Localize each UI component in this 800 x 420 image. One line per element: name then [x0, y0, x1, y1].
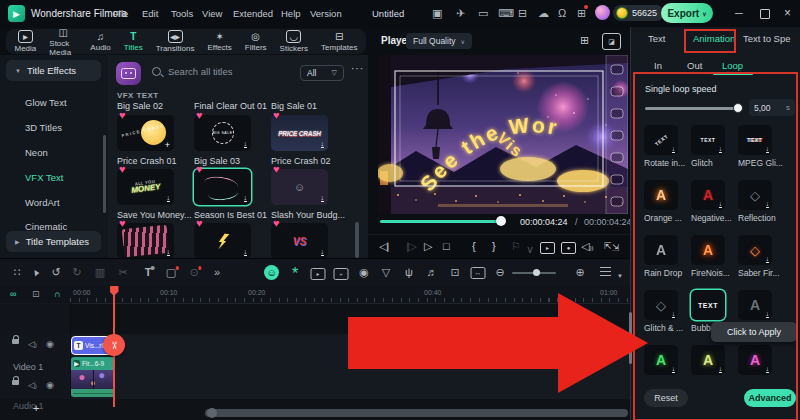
tab-filters[interactable]: ◎Filters — [238, 31, 273, 52]
menu-edit[interactable]: Edit — [142, 8, 158, 19]
sidebar-item-title-templates[interactable]: ▶ Title Templates — [6, 231, 101, 252]
minimize-button[interactable]: ─ — [735, 7, 743, 19]
tab-stickers[interactable]: ◡Stickers — [273, 30, 314, 53]
title-thumb-big-sale-03[interactable]: ♥ BIG SALE ↓ — [194, 115, 251, 151]
timeline-zoom-knob[interactable] — [533, 269, 540, 276]
display-output-icon[interactable]: ▸ — [540, 240, 555, 254]
favorite-heart-icon[interactable]: ♥ — [273, 218, 280, 228]
download-icon[interactable]: ↓ — [719, 146, 722, 153]
download-icon[interactable]: ↓ — [766, 256, 769, 263]
title-item-label[interactable]: Save You Money... — [117, 210, 193, 220]
favorite-heart-icon[interactable]: ♥ — [196, 164, 203, 174]
title-thumb-row3-3[interactable]: ♥ VS ↓ — [271, 223, 328, 258]
chevron-down-icon[interactable]: ∨ — [526, 243, 534, 256]
timeline-ruler[interactable]: 00:00 00:10 00:20 00:40 01:00 — [0, 286, 630, 304]
subtab-out[interactable]: Out — [687, 60, 702, 71]
title-thumb-price-crash-02[interactable]: ♥ PRICE CRASH ↓ — [271, 115, 328, 151]
sidebar-item-neon[interactable]: Neon — [25, 147, 48, 158]
redo-icon[interactable]: ↻ — [72, 266, 81, 279]
anim-thumb-rain-drop[interactable]: A — [644, 235, 678, 265]
feedback-icon[interactable]: ▭ — [478, 6, 488, 20]
add-track-button[interactable]: + — [33, 402, 39, 414]
download-icon[interactable]: ↓ — [719, 366, 722, 373]
mark-out-icon[interactable]: } — [492, 240, 496, 253]
menu-help[interactable]: Help — [281, 8, 301, 19]
tab-effects[interactable]: ✶Effects — [201, 31, 238, 52]
chevron-down-icon[interactable]: ▼ — [617, 270, 623, 283]
timeline-horizontal-scrollbar[interactable] — [205, 409, 628, 417]
title-item-label[interactable]: Price Crash 01 — [117, 156, 193, 166]
text-tool-icon[interactable]: T — [145, 266, 152, 279]
anim-thumb-yellow-glow[interactable]: A ↓ — [691, 345, 725, 375]
progress-knob[interactable] — [496, 216, 506, 226]
sidebar-item-3d-titles[interactable]: 3D Titles — [25, 122, 62, 133]
anim-thumb-mpeg-glitch[interactable]: TEXT ↓ — [738, 125, 772, 155]
tab-templates[interactable]: ⊟Templates — [315, 31, 364, 52]
snapshot-camera-icon[interactable]: ● — [561, 240, 576, 254]
zoom-in-icon[interactable]: ⊕ — [575, 266, 584, 279]
ai-assistant-icon[interactable]: ☺ — [264, 265, 279, 280]
download-icon[interactable]: ↓ — [244, 141, 248, 148]
user-avatar[interactable] — [595, 5, 610, 20]
tab-media[interactable]: ▸Media — [8, 30, 43, 53]
quality-dropdown[interactable]: Full Quality ∨ — [406, 33, 472, 49]
sidebar-item-glow-text[interactable]: Glow Text — [25, 97, 67, 108]
tab-audio[interactable]: ♫Audio — [84, 31, 117, 52]
support-icon[interactable]: Ω — [558, 6, 566, 20]
fullscreen-icon[interactable]: ⇱⇱ — [604, 240, 619, 253]
menu-extended[interactable]: Extended — [233, 8, 273, 19]
mute-speaker-icon[interactable]: ◁) — [28, 339, 37, 350]
tab-text[interactable]: Text — [648, 33, 665, 44]
lock-icon[interactable] — [12, 335, 19, 346]
tab-transitions[interactable]: ◂▸Transitions — [149, 30, 201, 53]
save-icon[interactable]: ⊟ — [518, 6, 527, 20]
anim-thumb-glitch-and[interactable]: ◇ ↓ — [644, 290, 678, 320]
visibility-eye-icon[interactable]: ◉ — [46, 380, 54, 390]
download-icon[interactable]: ↓ — [766, 146, 769, 153]
menu-file[interactable]: File — [113, 8, 128, 19]
snap-magnet-icon[interactable]: ∩ — [54, 289, 60, 299]
title-item-label[interactable]: Big Sale 02 — [117, 101, 193, 111]
range-marker-icon[interactable]: ↔ — [471, 266, 486, 279]
title-thumb-save-you-money[interactable]: ♥ ALL YOU MONEY ↓ — [117, 169, 174, 205]
undo-icon[interactable]: ↺ — [51, 266, 60, 279]
title-item-label[interactable]: Big Sale 01 — [271, 101, 347, 111]
advanced-button[interactable]: Advanced — [744, 389, 796, 407]
title-thumb-slash-your-budget[interactable]: ♥ ☺ ↓ — [271, 169, 328, 205]
subtab-in[interactable]: In — [654, 60, 662, 71]
loop-speed-value-box[interactable]: 5,00 s — [749, 99, 795, 116]
more-tools-icon[interactable]: » — [214, 266, 220, 279]
playback-progress-bar[interactable] — [380, 220, 502, 223]
menu-view[interactable]: View — [202, 8, 222, 19]
split-scissors-badge[interactable]: ✂ — [103, 334, 125, 356]
render-preview-icon[interactable]: ◉ — [359, 266, 369, 279]
download-icon[interactable]: ↓ — [244, 195, 248, 202]
download-icon[interactable]: ↓ — [321, 249, 325, 256]
anim-thumb-rotate-in[interactable]: TEXT ↓ — [644, 125, 678, 155]
speaker-icon[interactable]: ◁)) — [581, 240, 593, 255]
select-cursor-icon[interactable]: ▲ — [32, 266, 41, 279]
cloud-upload-icon[interactable]: ☁ — [538, 6, 549, 20]
previous-frame-icon[interactable]: ◁▏ — [379, 240, 394, 254]
track-manager-icon[interactable] — [600, 267, 611, 278]
snapshot-view-icon[interactable]: ◪ — [602, 33, 621, 50]
loop-speed-knob[interactable] — [733, 103, 743, 113]
download-icon[interactable]: ↓ — [321, 141, 325, 148]
play-icon[interactable]: ▷ — [424, 240, 432, 253]
title-thumb-season-is-best-selected[interactable]: ♥ ↓ — [194, 169, 251, 205]
restore-button[interactable] — [760, 9, 770, 19]
close-button[interactable]: × — [784, 7, 791, 19]
mark-in-icon[interactable]: { — [472, 240, 476, 253]
tab-animation[interactable]: Animation — [693, 33, 735, 44]
video-clip-filmstrip[interactable] — [71, 370, 115, 389]
next-frame-icon[interactable]: ▕▷ — [402, 240, 417, 254]
download-icon[interactable]: ↓ — [672, 146, 675, 153]
filter-all-dropdown[interactable]: All ▽ — [300, 65, 344, 81]
title-thumb-price-crash-01[interactable]: ♥ PRICE CRASH + — [117, 115, 174, 151]
voiceover-mic-icon[interactable]: ψ — [405, 266, 413, 279]
lock-icon[interactable] — [12, 376, 19, 387]
add-camera-icon[interactable]: + — [334, 266, 349, 280]
title-item-label[interactable]: Big Sale 03 — [194, 156, 270, 166]
download-icon[interactable]: ↓ — [719, 201, 722, 208]
download-icon[interactable]: ↓ — [766, 201, 769, 208]
